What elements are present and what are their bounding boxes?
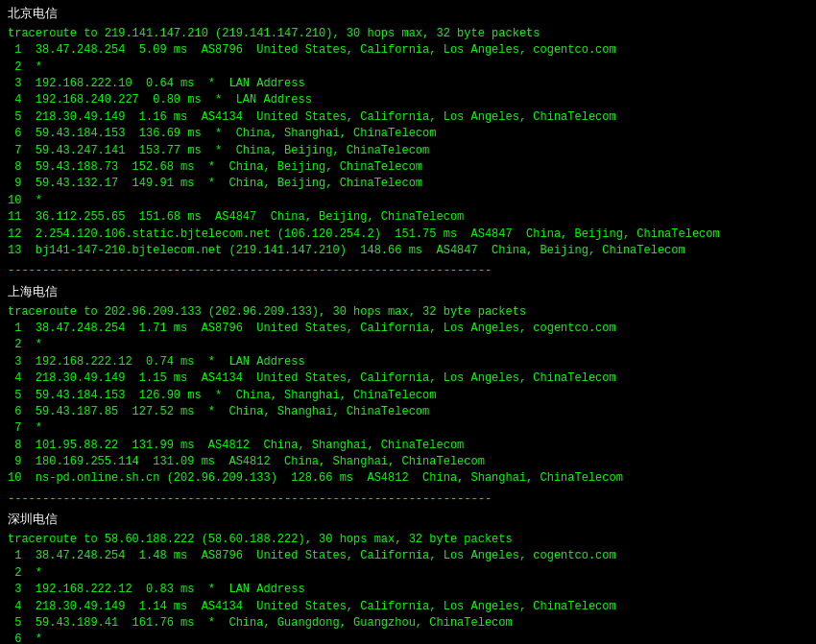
traceroute-line: 2 * (8, 337, 808, 353)
traceroute-line: traceroute to 58.60.188.222 (58.60.188.2… (8, 532, 808, 548)
traceroute-line: 1 38.47.248.254 1.48 ms AS8796 United St… (8, 548, 808, 564)
traceroute-block: 深圳电信traceroute to 58.60.188.222 (58.60.1… (8, 512, 808, 644)
traceroute-line: 2 * (8, 60, 808, 76)
section-header: 深圳电信 (8, 512, 808, 530)
traceroute-line: 5 218.30.49.149 1.16 ms AS4134 United St… (8, 109, 808, 126)
traceroute-line: 4 192.168.240.227 0.80 ms * LAN Address (8, 92, 808, 108)
traceroute-line: 1 38.47.248.254 5.09 ms AS8796 United St… (8, 42, 808, 59)
traceroute-line: 13 bj141-147-210.bjtelecom.net (219.141.… (8, 243, 808, 259)
traceroute-line: 1 38.47.248.254 1.71 ms AS8796 United St… (8, 321, 808, 337)
traceroute-line: 2 * (8, 565, 808, 582)
traceroute-line: 3 192.168.222.12 0.74 ms * LAN Address (8, 354, 808, 370)
traceroute-line: 7 * (8, 420, 808, 437)
section-header: 上海电信 (8, 284, 808, 302)
traceroute-line: 11 36.112.255.65 151.68 ms AS4847 China,… (8, 209, 808, 226)
separator: ----------------------------------------… (8, 263, 808, 279)
traceroute-line: traceroute to 202.96.209.133 (202.96.209… (8, 304, 808, 321)
traceroute-line: 9 180.169.255.114 131.09 ms AS4812 China… (8, 454, 808, 470)
traceroute-line: 10 * (8, 193, 808, 209)
traceroute-line: 4 218.30.49.149 1.14 ms AS4134 United St… (8, 599, 808, 615)
section-header: 北京电信 (8, 6, 808, 24)
traceroute-line: 6 59.43.187.85 127.52 ms * China, Shangh… (8, 404, 808, 420)
traceroute-line: 5 59.43.189.41 161.76 ms * China, Guangd… (8, 615, 808, 632)
traceroute-line: 8 59.43.188.73 152.68 ms * China, Beijin… (8, 159, 808, 176)
traceroute-line: 8 101.95.88.22 131.99 ms AS4812 China, S… (8, 438, 808, 454)
traceroute-line: 6 * (8, 632, 808, 644)
traceroute-block: 北京电信traceroute to 219.141.147.210 (219.1… (8, 6, 808, 259)
traceroute-line: 10 ns-pd.online.sh.cn (202.96.209.133) 1… (8, 470, 808, 487)
traceroute-line: traceroute to 219.141.147.210 (219.141.1… (8, 26, 808, 42)
traceroute-line: 6 59.43.184.153 136.69 ms * China, Shang… (8, 126, 808, 142)
traceroute-line: 5 59.43.184.153 126.90 ms * China, Shang… (8, 388, 808, 404)
traceroute-block: 上海电信traceroute to 202.96.209.133 (202.96… (8, 284, 808, 488)
traceroute-line: 4 218.30.49.149 1.15 ms AS4134 United St… (8, 370, 808, 387)
traceroute-line: 9 59.43.132.17 149.91 ms * China, Beijin… (8, 176, 808, 192)
traceroute-line: 12 2.254.120.106.static.bjtelecom.net (1… (8, 227, 808, 243)
terminal-output: 北京电信traceroute to 219.141.147.210 (219.1… (8, 6, 808, 644)
separator: ----------------------------------------… (8, 491, 808, 508)
traceroute-line: 3 192.168.222.12 0.83 ms * LAN Address (8, 582, 808, 598)
traceroute-line: 7 59.43.247.141 153.77 ms * China, Beiji… (8, 143, 808, 159)
traceroute-line: 3 192.168.222.10 0.64 ms * LAN Address (8, 76, 808, 92)
